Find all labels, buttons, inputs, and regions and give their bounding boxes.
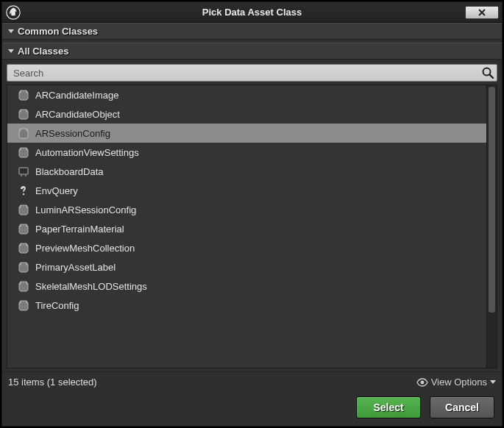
list-item[interactable]: EnvQuery xyxy=(7,181,486,200)
data-asset-icon xyxy=(18,261,29,273)
statusbar: 15 items (1 selected) View Options xyxy=(2,371,502,392)
list-item-label: ARCandidateImage xyxy=(35,90,118,101)
data-asset-icon xyxy=(18,299,29,311)
chevron-down-icon xyxy=(8,49,14,53)
chevron-down-icon xyxy=(8,29,14,33)
view-options-button[interactable]: View Options xyxy=(416,377,496,388)
close-icon xyxy=(478,9,486,16)
list-item-label: ARSessionConfig xyxy=(35,128,110,139)
list-item[interactable]: ARSessionConfig xyxy=(7,124,486,143)
close-button[interactable] xyxy=(465,6,499,19)
list-item-label: ARCandidateObject xyxy=(35,109,120,120)
data-asset-icon xyxy=(18,242,29,254)
list-item-label: PreviewMeshCollection xyxy=(35,243,135,254)
svg-rect-5 xyxy=(19,168,28,174)
search-row xyxy=(7,64,497,82)
list-item[interactable]: LuminARSessionConfig xyxy=(7,200,486,219)
list-item[interactable]: SkeletalMeshLODSettings xyxy=(7,277,486,296)
scrollbar-thumb[interactable] xyxy=(489,87,495,313)
list-item-label: SkeletalMeshLODSettings xyxy=(35,281,147,292)
status-text: 15 items (1 selected) xyxy=(8,377,97,388)
list-item[interactable]: PrimaryAssetLabel xyxy=(7,257,486,277)
class-list-viewport[interactable]: ARCandidateImageARCandidateObjectARSessi… xyxy=(7,85,486,368)
eye-icon xyxy=(416,378,428,387)
list-item[interactable]: AutomationViewSettings xyxy=(7,143,486,162)
list-item[interactable]: BlackboardData xyxy=(7,162,486,181)
list-item[interactable]: ARCandidateObject xyxy=(7,104,486,124)
data-asset-icon xyxy=(18,89,29,101)
list-item-label: PaperTerrainMaterial xyxy=(35,224,124,235)
select-button-label: Select xyxy=(373,402,403,413)
common-classes-label: Common Classes xyxy=(18,26,98,37)
list-item[interactable]: TireConfig xyxy=(7,296,486,315)
dialog-window: Pick Data Asset Class Common Classes All… xyxy=(1,1,503,427)
window-title: Pick Data Asset Class xyxy=(2,7,502,18)
list-item-label: LuminARSessionConfig xyxy=(35,204,136,215)
cancel-button-label: Cancel xyxy=(445,402,479,413)
svg-point-9 xyxy=(420,380,424,384)
list-item[interactable]: ARCandidateImage xyxy=(7,85,486,104)
titlebar: Pick Data Asset Class xyxy=(2,2,502,23)
list-item[interactable]: PaperTerrainMaterial xyxy=(7,219,486,238)
data-asset-icon xyxy=(18,204,29,215)
list-item-label: EnvQuery xyxy=(35,185,78,196)
list-item-label: AutomationViewSettings xyxy=(35,147,139,158)
data-asset-icon xyxy=(18,127,29,139)
common-classes-header[interactable]: Common Classes xyxy=(2,23,502,40)
scrollbar[interactable] xyxy=(486,85,497,368)
view-options-label: View Options xyxy=(431,377,487,388)
button-row: Select Cancel xyxy=(2,392,502,426)
search-input[interactable] xyxy=(7,64,497,82)
all-classes-body: ARCandidateImageARCandidateObjectARSessi… xyxy=(2,60,502,371)
cancel-button[interactable]: Cancel xyxy=(430,396,494,418)
blackboard-icon xyxy=(18,165,29,177)
data-asset-icon xyxy=(18,146,29,158)
unreal-logo-icon xyxy=(4,3,23,22)
class-list: ARCandidateImageARCandidateObjectARSessi… xyxy=(7,85,497,368)
data-asset-icon xyxy=(18,280,29,292)
data-asset-icon xyxy=(18,223,29,235)
chevron-down-icon xyxy=(490,380,496,384)
env-query-icon xyxy=(18,185,29,196)
all-classes-header[interactable]: All Classes xyxy=(2,43,502,60)
list-item-label: PrimaryAssetLabel xyxy=(35,262,116,273)
select-button[interactable]: Select xyxy=(356,396,421,418)
list-item[interactable]: PreviewMeshCollection xyxy=(7,238,486,257)
data-asset-icon xyxy=(18,108,29,120)
svg-point-8 xyxy=(23,193,24,195)
list-item-label: BlackboardData xyxy=(35,166,104,177)
list-item-label: TireConfig xyxy=(35,300,79,311)
all-classes-label: All Classes xyxy=(18,46,68,57)
